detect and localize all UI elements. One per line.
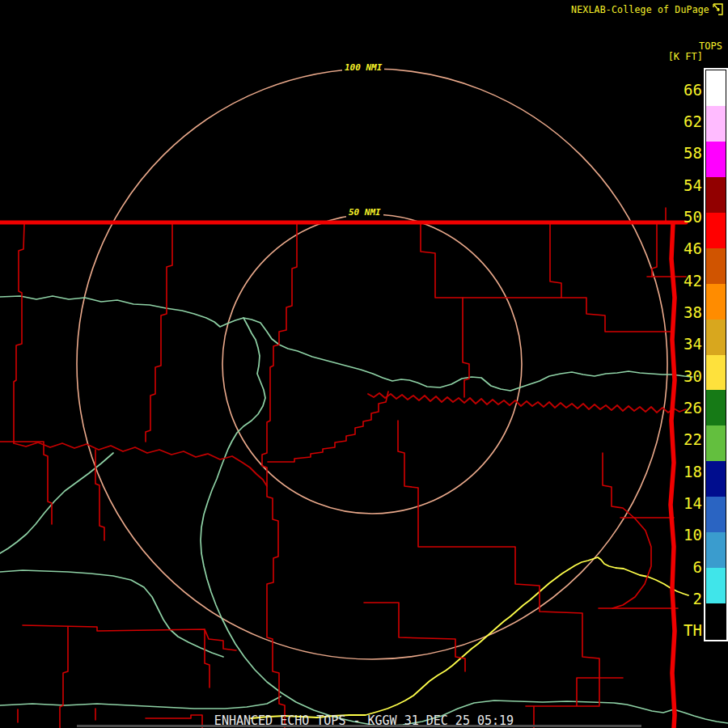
- legend-color-segment: [706, 106, 726, 142]
- legend-tick-label: 50: [671, 210, 702, 225]
- legend-unit: [K FT]: [668, 51, 703, 62]
- legend-tick-label: 58: [671, 146, 702, 161]
- bottom-gray-bar: [77, 725, 641, 727]
- legend-title: TOPS: [699, 40, 722, 52]
- rivers-green: [0, 296, 728, 726]
- legend-tick-label: 14: [671, 496, 702, 511]
- legend-color-segment: [706, 355, 726, 391]
- range-ring-label-100nmi: 100 NMI: [342, 62, 384, 73]
- legend-tick-label: TH: [671, 623, 702, 638]
- legend-tick-label: 66: [671, 83, 702, 98]
- legend-color-segment: [706, 248, 726, 284]
- range-ring-label-50nmi: 50 NMI: [346, 207, 383, 218]
- legend-tick-label: 42: [671, 273, 702, 289]
- legend-color-segment: [706, 425, 726, 461]
- box-arrow-icon: [713, 3, 724, 16]
- legend-tick-label: 18: [671, 464, 702, 480]
- legend-color-segment: [706, 142, 726, 177]
- legend-color-segment: [706, 390, 726, 425]
- legend-colorbar: [704, 68, 728, 641]
- radar-display: 100 NMI 50 NMI NEXLAB-College of DuPage …: [0, 0, 728, 728]
- legend-color-segment: [706, 320, 726, 355]
- legend-labels: 66625854504642383430262218141062TH: [671, 68, 702, 642]
- legend-tick-label: 62: [671, 114, 702, 129]
- legend-color-segment: [706, 497, 726, 532]
- legend-tick-label: 54: [671, 178, 702, 193]
- legend-color-segment: [706, 603, 726, 639]
- legend-color-segment: [706, 284, 726, 320]
- legend-tick-label: 2: [671, 591, 702, 607]
- river-red: [14, 393, 686, 486]
- legend-tick-label: 10: [671, 527, 702, 543]
- legend-tick-label: 26: [671, 400, 702, 416]
- legend-color-segment: [706, 177, 726, 213]
- legend-color-segment: [706, 461, 726, 497]
- legend-tick-label: 30: [671, 369, 702, 384]
- legend-tick-label: 38: [671, 305, 702, 320]
- legend-tick-label: 22: [671, 432, 702, 447]
- legend-tick-label: 34: [671, 336, 702, 352]
- legend-tick-label: 6: [671, 560, 702, 575]
- legend-color-segment: [706, 213, 726, 248]
- legend-color-segment: [706, 568, 726, 603]
- legend-color-segment: [706, 532, 726, 568]
- range-ring-outer: [77, 69, 667, 659]
- legend-color-segment: [706, 70, 726, 106]
- legend-tick-label: 46: [671, 241, 702, 256]
- brand-text: NEXLAB-College of DuPage: [571, 4, 709, 15]
- river-yellow: [251, 557, 688, 718]
- county-borders: [0, 208, 686, 728]
- map-layer: [0, 0, 728, 728]
